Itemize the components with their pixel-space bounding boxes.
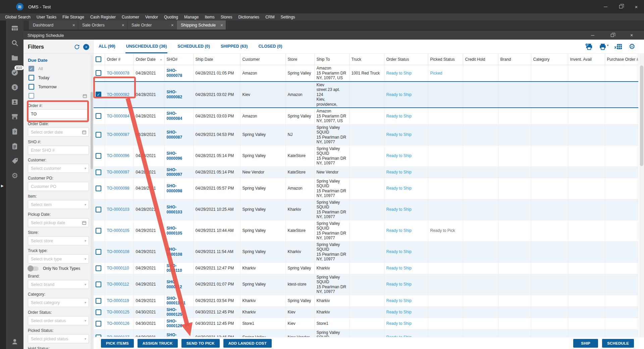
menu-item-items[interactable]: Items	[202, 15, 217, 19]
menu-item-settings[interactable]: Settings	[277, 15, 298, 19]
row-checkbox[interactable]	[94, 274, 105, 295]
row-checkbox[interactable]	[94, 295, 105, 306]
column-header-credit-hold[interactable]: Credit Hold	[463, 54, 498, 65]
sho-link[interactable]: SHO-0000112	[167, 280, 182, 289]
order-link[interactable]: TO-0000108	[107, 249, 129, 254]
chevron-down-icon[interactable]: ▾	[85, 337, 86, 341]
menu-item-crm[interactable]: CRM	[262, 15, 277, 19]
sho-link[interactable]: SHO-0000108	[167, 247, 182, 257]
settings-icon[interactable]: ⚙	[629, 43, 635, 50]
sidebar-item-dashboard[interactable]	[9, 24, 20, 32]
menu-item-customer[interactable]: Customer	[119, 15, 142, 19]
menu-item-file-storage[interactable]: File Storage	[59, 15, 87, 19]
table-scrollbar[interactable]	[639, 54, 644, 337]
sort-caret-icon[interactable]: ▾	[160, 58, 162, 61]
clear-filters-icon[interactable]: ×	[83, 44, 89, 50]
column-header-order-date[interactable]: Order Date▾	[133, 54, 164, 65]
chevron-down-icon[interactable]: ▾	[85, 283, 86, 286]
column-header-ship-to[interactable]: Ship To	[314, 54, 349, 65]
row-checkbox[interactable]	[94, 329, 105, 338]
text-input[interactable]	[28, 146, 89, 154]
field-input[interactable]: Select brand▾	[28, 280, 89, 289]
sho-link[interactable]: SHO-0000119-1	[167, 296, 186, 306]
minimize-icon[interactable]	[598, 0, 613, 13]
column-header-invent-avail[interactable]: Invent. Avail	[568, 54, 605, 65]
sho-link[interactable]: SHO-0000098	[167, 184, 182, 193]
tab-dashboard[interactable]: Dashboard×	[29, 20, 78, 30]
checkbox[interactable]	[29, 84, 34, 90]
row-checkbox[interactable]	[94, 65, 105, 82]
row-checkbox[interactable]	[94, 178, 105, 199]
sho-link[interactable]: SHO-0000105	[167, 226, 182, 236]
sidebar-item-file-storage[interactable]	[9, 54, 20, 62]
menu-item-quoting[interactable]: Quoting	[161, 15, 181, 19]
calendar-icon[interactable]	[82, 220, 87, 225]
sho-link[interactable]: SHO-0000078	[167, 68, 182, 78]
status-tab-unscheduled[interactable]: UNSCHEDULED (36)	[125, 40, 168, 53]
order-link[interactable]: TO-0000126	[107, 321, 129, 326]
filters-scrollbar[interactable]	[91, 55, 93, 349]
pick-items-button[interactable]: PICK ITEMS	[101, 339, 134, 348]
checkbox[interactable]: ✓	[29, 66, 34, 71]
field-input[interactable]: Select item▾	[28, 200, 89, 209]
expand-panel-icon[interactable]: ▶	[1, 184, 4, 188]
row-checkbox[interactable]	[94, 124, 105, 145]
chevron-down-icon[interactable]: ▾	[85, 203, 86, 206]
print-schedule-icon[interactable]	[585, 43, 593, 50]
row-checkbox[interactable]	[94, 199, 105, 220]
sho-link[interactable]: SHO-0000087	[167, 130, 182, 140]
sho-link[interactable]: SHO-0000082	[167, 90, 182, 99]
tab-sale-order[interactable]: Sale Order×	[127, 20, 176, 30]
chevron-down-icon[interactable]: ▾	[85, 239, 86, 243]
text-input[interactable]	[28, 128, 82, 136]
schedule-button[interactable]: SCHEDULE	[602, 339, 634, 348]
only-no-truck-types-toggle[interactable]: Only No Truck Types	[23, 263, 93, 271]
order-link[interactable]: TO-0000082	[107, 92, 129, 97]
row-checkbox[interactable]	[94, 241, 105, 262]
sho-link[interactable]: SHO-0000126	[167, 319, 182, 329]
ship-button[interactable]: SHIP	[573, 339, 598, 348]
restore-icon[interactable]	[602, 31, 622, 40]
column-header-order-status[interactable]: Order Status	[384, 54, 428, 65]
close-icon[interactable]: ×	[70, 22, 75, 28]
row-checkbox[interactable]	[94, 318, 105, 329]
toggle-track[interactable]	[28, 266, 39, 271]
sidebar-item-settings[interactable]: ⚙	[9, 172, 20, 180]
menu-item-global-search[interactable]: Global Search	[2, 15, 34, 19]
order-link[interactable]: TO-0000119	[107, 298, 129, 303]
assign-truck-button[interactable]: ASSIGN TRUCK	[138, 339, 178, 348]
order-link[interactable]: TO-0000096	[107, 153, 129, 158]
row-checkbox[interactable]	[94, 306, 105, 318]
field-input[interactable]: Select order status▾	[28, 316, 89, 325]
status-tab-scheduled[interactable]: SCHEDULED (0)	[177, 40, 211, 53]
sidebar-item-stores[interactable]	[9, 113, 20, 121]
sidebar-item-search[interactable]	[9, 39, 20, 47]
row-checkbox[interactable]	[94, 166, 105, 178]
text-input[interactable]	[28, 218, 82, 227]
field-input[interactable]: Select store▾	[28, 236, 89, 245]
field-input[interactable]: Select truck type▾	[28, 254, 89, 263]
status-tab-shipped[interactable]: SHIPPED (63)	[220, 40, 249, 53]
chevron-down-icon[interactable]: ▾	[85, 257, 86, 261]
menu-item-user-tasks[interactable]: User Tasks	[34, 15, 59, 19]
order-link[interactable]: TO-0000105	[107, 228, 129, 233]
field-input[interactable]	[28, 218, 89, 227]
column-header-ship-date[interactable]: Ship Date	[193, 54, 240, 65]
order-link[interactable]: TO-0000112	[107, 282, 129, 287]
close-icon[interactable]: ×	[218, 22, 223, 28]
column-header-picked-status[interactable]: Picked Status	[428, 54, 463, 65]
sidebar-item-help-tasks[interactable]: ?	[9, 128, 20, 136]
select-all-checkbox[interactable]	[96, 56, 101, 62]
order-link[interactable]: TO-0000103	[107, 207, 129, 212]
sho-link[interactable]: SHO-0000084	[167, 111, 182, 121]
text-input[interactable]	[28, 110, 89, 118]
column-header-brand[interactable]: Brand	[498, 54, 531, 65]
row-checkbox[interactable]	[94, 145, 105, 166]
row-checkbox[interactable]	[94, 220, 105, 241]
sidebar-item-tasks[interactable]: 810	[9, 68, 20, 77]
sidebar-item-user[interactable]	[6, 338, 23, 346]
menu-item-cash-register[interactable]: Cash Register	[87, 15, 119, 19]
field-input[interactable]	[28, 182, 89, 191]
menu-item-dictionaries[interactable]: Dictionaries	[235, 15, 262, 19]
header-select-all[interactable]	[94, 54, 105, 65]
